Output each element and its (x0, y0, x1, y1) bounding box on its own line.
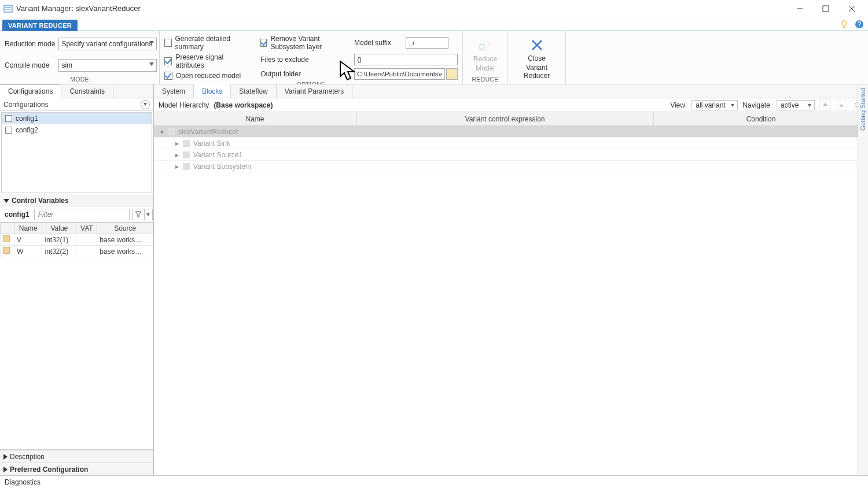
chevron-right-icon[interactable]: ▸ (174, 139, 181, 147)
right-dock: Getting Started (858, 84, 868, 475)
chevron-down-icon[interactable]: ▾ (159, 128, 165, 136)
cv-filter-input[interactable] (34, 209, 130, 220)
main-pane: System Blocks Stateflow Variant Paramete… (154, 84, 868, 475)
tree-row[interactable]: ▸Variant Sink (154, 138, 868, 149)
variable-icon (3, 247, 10, 254)
workspace-label: (Base workspace) (214, 101, 273, 109)
navigate-select[interactable]: active (777, 100, 815, 110)
tab-constraints[interactable]: Constraints (61, 84, 113, 98)
app-icon (3, 4, 13, 13)
group-mode-label: MODE (5, 76, 155, 83)
compile-mode-value: sim (61, 61, 72, 69)
control-variables-table: Name Value VAT Source V int32(1) base wo… (0, 222, 153, 450)
reduction-mode-value: Specify variant configurations (61, 40, 152, 48)
navigate-label: Navigate: (742, 101, 772, 109)
reduce-label-2: Model (476, 64, 495, 72)
table-row[interactable]: W int32(2) base works… (1, 246, 153, 257)
description-header[interactable]: Description (0, 450, 153, 463)
reduction-mode-select[interactable]: Specify variant configurations (58, 38, 157, 50)
preferred-config-label: Preferred Configuration (10, 465, 88, 474)
minimize-button[interactable] (786, 1, 812, 17)
control-variables-label: Control Variables (12, 197, 69, 205)
control-variables-toolbar: config1 (0, 207, 153, 222)
tree-header: Name Variant control expression Conditio… (154, 112, 868, 126)
tab-system[interactable]: System (154, 84, 194, 98)
tree-row[interactable]: ▸Variant Source1 (154, 149, 868, 161)
close-button[interactable] (838, 1, 865, 17)
tab-variant-reducer[interactable]: VARIANT REDUCER (2, 20, 78, 31)
ribbon: Reduction mode Specify variant configura… (0, 31, 868, 84)
preserve-attrs-checkbox[interactable] (164, 57, 172, 65)
col-expr: Variant control expression (356, 112, 654, 125)
view-select[interactable]: all variant (692, 100, 738, 110)
list-item[interactable]: config1 (2, 113, 152, 124)
active-config-name: config1 (2, 210, 32, 219)
description-label: Description (10, 453, 45, 461)
maximize-button[interactable] (812, 1, 838, 17)
lightbulb-icon[interactable] (838, 18, 851, 31)
titlebar: Variant Manager: slexVariantReducer (0, 0, 868, 17)
view-label: View: (670, 101, 687, 109)
svg-rect-1 (823, 6, 829, 12)
list-item[interactable]: config2 (2, 124, 152, 136)
compile-mode-select[interactable]: sim (58, 59, 157, 72)
configurations-header: Configurations (0, 98, 153, 111)
svg-rect-5 (480, 45, 484, 49)
remove-layer-checkbox[interactable] (260, 39, 267, 47)
funnel-icon[interactable] (132, 209, 145, 220)
col-cond: Condition (654, 112, 868, 125)
tree-row[interactable]: ▸Variant Subsystem (154, 161, 868, 172)
nav-down-icon[interactable] (836, 99, 847, 111)
tab-configurations[interactable]: Configurations (0, 84, 61, 98)
detailed-summary-label: Generate detailed summary (175, 35, 251, 51)
chevron-down-icon (3, 199, 9, 203)
tab-stateflow[interactable]: Stateflow (231, 84, 276, 98)
col-value: Value (42, 223, 76, 234)
tree-node-name: Variant Subsystem (193, 162, 251, 171)
config-checkbox[interactable] (5, 115, 12, 122)
control-variables-header[interactable]: Control Variables (0, 194, 153, 207)
filter-dropdown-icon[interactable] (145, 209, 153, 220)
getting-started-tab[interactable]: Getting Started (858, 84, 867, 134)
cv-name: W (14, 246, 42, 257)
help-icon[interactable]: ? (853, 18, 866, 31)
left-pane: Configurations Constraints Configuration… (0, 84, 154, 475)
browse-folder-icon[interactable] (446, 68, 458, 80)
files-exclude-input[interactable] (354, 54, 458, 65)
svg-rect-7 (3, 247, 10, 254)
chevron-right-icon[interactable]: ▸ (174, 151, 181, 159)
reduce-model-button: Reduce Model (468, 35, 503, 75)
status-bar[interactable]: Diagnostics (0, 475, 868, 488)
close-reducer-button[interactable]: Close Variant Reducer (516, 35, 558, 82)
main-tabs: System Blocks Stateflow Variant Paramete… (154, 84, 868, 98)
tab-blocks[interactable]: Blocks (194, 84, 231, 98)
cv-source: base works… (97, 234, 153, 246)
config-checkbox[interactable] (5, 127, 12, 134)
svg-rect-6 (3, 235, 10, 242)
close-reducer-icon (529, 37, 545, 53)
nav-up-icon[interactable] (819, 99, 831, 111)
col-name: Name (154, 112, 356, 125)
tree-row[interactable]: ▾slexVariantReducer (154, 126, 868, 138)
chevron-right-icon[interactable]: ▸ (174, 162, 181, 171)
preferred-config-header[interactable]: Preferred Configuration (0, 463, 153, 475)
close-label-1: Close (528, 54, 546, 62)
config-name: config1 (16, 114, 38, 123)
config-name: config2 (16, 126, 38, 134)
tab-variant-parameters[interactable]: Variant Parameters (277, 84, 353, 98)
left-tabs: Configurations Constraints (0, 84, 153, 98)
table-row[interactable]: V int32(1) base works… (1, 234, 153, 246)
group-reduce-label: REDUCE (468, 76, 503, 83)
block-icon (183, 140, 190, 147)
detailed-summary-checkbox[interactable] (164, 39, 172, 47)
cv-name: V (14, 234, 42, 246)
open-reduced-checkbox[interactable] (164, 72, 172, 80)
output-folder-input[interactable] (354, 68, 445, 80)
cv-value: int32(2) (42, 246, 76, 257)
configurations-options-icon[interactable] (141, 100, 150, 109)
model-hierarchy-tree: ▾slexVariantReducer ▸Variant Sink ▸Varia… (154, 126, 868, 475)
col-source: Source (97, 223, 153, 234)
open-reduced-label: Open reduced model (176, 72, 241, 80)
window-title: Variant Manager: slexVariantReducer (16, 4, 786, 13)
model-suffix-input[interactable] (406, 37, 448, 49)
